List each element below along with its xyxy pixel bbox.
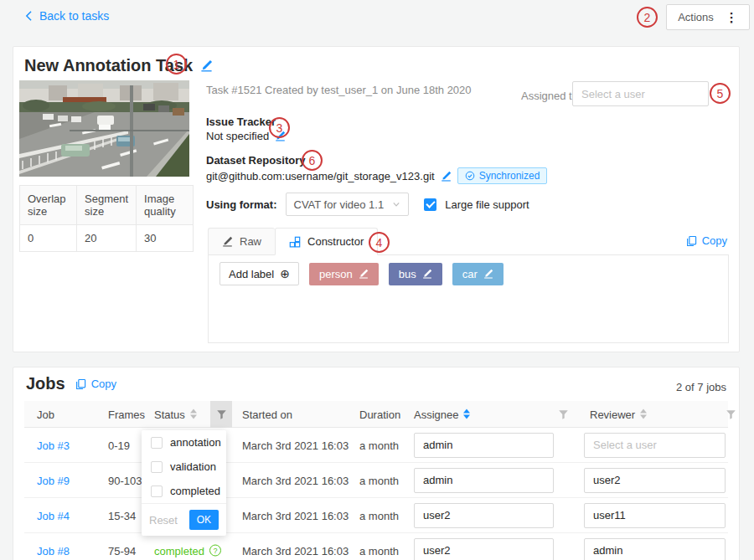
format-select[interactable]: CVAT for video 1.1 xyxy=(286,193,410,216)
task-preview-image xyxy=(19,80,189,177)
filter-option-annotation[interactable]: annotation xyxy=(142,430,226,455)
label-chip-car-name: car xyxy=(462,268,478,280)
jobs-copy-label: Copy xyxy=(91,378,116,390)
sync-status-badge: Synchronized xyxy=(457,167,548,184)
back-chevron-icon xyxy=(23,10,34,22)
tab-raw[interactable]: Raw xyxy=(208,228,275,255)
frames-cell: 75-94 xyxy=(108,544,136,557)
duration-cell: a month xyxy=(359,509,399,521)
repository-url: git@github.com:username/git_storage_v123… xyxy=(206,170,435,182)
assignee-input[interactable] xyxy=(414,503,554,528)
frames-cell: 0-19 xyxy=(108,439,130,451)
filter-option-validation-label: validation xyxy=(170,460,216,473)
job-link[interactable]: Job #8 xyxy=(37,544,70,557)
edit-label-icon[interactable] xyxy=(359,269,369,279)
assignee-input[interactable] xyxy=(414,468,554,493)
annotation-marker-6: 6 xyxy=(302,150,323,171)
col-status: Status xyxy=(154,408,185,420)
task-meta: Task #1521 Created by test_user_1 on Jun… xyxy=(206,84,472,96)
assignee-filter-icon[interactable] xyxy=(552,401,574,428)
label-chip-car[interactable]: car xyxy=(452,263,504,285)
assignee-input[interactable] xyxy=(414,433,554,458)
tab-constructor[interactable]: Constructor xyxy=(275,228,378,255)
label-chip-bus-name: bus xyxy=(399,268,416,280)
add-label-button[interactable]: Add label ⊕ xyxy=(219,262,299,285)
param-value-segment: 20 xyxy=(77,225,137,252)
reviewer-input[interactable] xyxy=(584,468,726,493)
jobs-table: Job Frames Status Started on Duration As… xyxy=(24,401,728,560)
jobs-card: Jobs Copy 2 of 7 jobs Job Frames Status … xyxy=(13,367,740,560)
checkbox-annotation[interactable] xyxy=(151,437,163,449)
kebab-menu-icon: ⋮ xyxy=(726,10,738,25)
jobs-count: 2 of 7 jobs xyxy=(676,381,726,393)
reviewer-input[interactable] xyxy=(584,433,726,458)
job-link[interactable]: Job #4 xyxy=(37,509,70,521)
format-selected-value: CVAT for video 1.1 xyxy=(294,198,385,211)
reviewer-input[interactable] xyxy=(584,503,726,528)
assignee-select-input[interactable] xyxy=(572,81,709,106)
copy-icon xyxy=(75,378,86,390)
duration-cell: a month xyxy=(359,474,399,486)
annotation-marker-5: 5 xyxy=(710,83,731,104)
assignee-input[interactable] xyxy=(414,538,554,560)
back-to-tasks-link[interactable]: Back to tasks xyxy=(23,9,109,23)
frames-cell: 15-34 xyxy=(108,509,136,521)
labels-copy-label: Copy xyxy=(702,234,727,247)
reviewer-filter-icon[interactable] xyxy=(720,401,741,428)
issue-tracker-label: Issue Tracker xyxy=(206,116,276,128)
started-cell: March 3rd 2021 16:03 xyxy=(242,509,349,521)
labels-constructor-panel: Add label ⊕ person bus car xyxy=(208,254,729,343)
started-cell: March 3rd 2021 16:03 xyxy=(242,439,349,451)
actions-button[interactable]: Actions ⋮ xyxy=(666,4,750,30)
edit-label-icon[interactable] xyxy=(422,269,432,279)
reviewer-sort-control[interactable] xyxy=(640,409,647,419)
labels-copy-button[interactable]: Copy xyxy=(686,234,727,247)
label-chip-person-name: person xyxy=(319,268,353,280)
param-value-overlap: 0 xyxy=(20,225,77,252)
plus-circle-icon: ⊕ xyxy=(280,267,290,280)
col-started: Started on xyxy=(242,408,292,420)
duration-cell: a month xyxy=(359,544,399,557)
col-reviewer: Reviewer xyxy=(590,408,635,420)
filter-option-completed[interactable]: completed xyxy=(142,479,226,503)
filter-reset-button[interactable]: Reset xyxy=(149,514,178,527)
dataset-repository-label: Dataset Repository xyxy=(206,154,305,167)
sync-status-label: Synchronized xyxy=(479,170,540,182)
started-cell: March 3rd 2021 16:03 xyxy=(242,544,349,557)
job-link[interactable]: Job #3 xyxy=(37,439,70,451)
jobs-table-header: Job Frames Status Started on Duration As… xyxy=(24,401,728,428)
checkbox-validation[interactable] xyxy=(151,461,163,473)
job-link[interactable]: Job #9 xyxy=(37,474,70,486)
annotation-marker-4: 4 xyxy=(369,232,390,253)
large-file-checkbox[interactable] xyxy=(424,198,436,211)
filter-ok-button[interactable]: OK xyxy=(189,510,219,530)
status-filter-icon[interactable] xyxy=(210,401,232,428)
task-detail-card: New Annotation Task 1 xyxy=(13,46,740,352)
edit-label-icon[interactable] xyxy=(483,269,493,279)
edit-title-icon[interactable] xyxy=(200,59,213,72)
chevron-down-icon xyxy=(392,201,400,208)
jobs-copy-button[interactable]: Copy xyxy=(75,378,116,390)
filter-option-validation[interactable]: validation xyxy=(142,455,226,479)
table-row: Job #8 75-94 completed ? March 3rd 2021 … xyxy=(24,533,728,560)
param-header-overlap: Overlap size xyxy=(20,186,77,225)
edit-repository-icon[interactable] xyxy=(441,171,452,182)
table-row: Job #3 0-19 March 3rd 2021 16:03 a month xyxy=(24,428,728,463)
annotation-marker-2: 2 xyxy=(637,7,658,28)
table-row: Job #9 90-103 March 3rd 2021 16:03 a mon… xyxy=(24,463,728,498)
build-blocks-icon xyxy=(289,236,301,248)
reviewer-input[interactable] xyxy=(584,538,726,560)
status-sort-control[interactable] xyxy=(190,409,197,419)
jobs-title: Jobs xyxy=(26,374,65,393)
issue-tracker-value: Not specified xyxy=(206,130,269,142)
copy-icon xyxy=(686,235,697,247)
back-to-tasks-label: Back to tasks xyxy=(39,9,109,23)
assignee-sort-control[interactable] xyxy=(463,409,470,419)
question-circle-icon[interactable]: ? xyxy=(209,545,221,557)
add-label-text: Add label xyxy=(229,268,274,280)
status-filter-dropdown: annotation validation completed Reset OK xyxy=(142,430,226,536)
filter-option-completed-label: completed xyxy=(170,485,220,497)
label-chip-bus[interactable]: bus xyxy=(389,263,442,285)
checkbox-completed[interactable] xyxy=(151,486,163,497)
label-chip-person[interactable]: person xyxy=(309,263,379,285)
